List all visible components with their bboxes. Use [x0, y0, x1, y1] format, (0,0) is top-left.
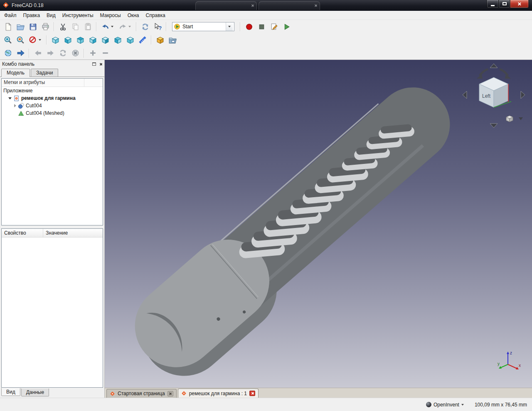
documents-button[interactable] [166, 34, 179, 46]
open-file-button[interactable] [14, 21, 27, 32]
stop-load-button[interactable] [69, 47, 81, 59]
view-bottom-button[interactable] [111, 34, 124, 46]
toolbar-separator [46, 35, 47, 45]
forward-button[interactable] [44, 47, 57, 59]
menu-macros[interactable]: Макросы [97, 11, 124, 20]
print-button[interactable] [39, 21, 52, 32]
macro-stop-button[interactable] [255, 21, 268, 32]
back-arrow-icon [34, 49, 42, 57]
tab-label: ремешок для гармина : 1 [189, 391, 247, 396]
view-top-button[interactable] [74, 34, 86, 46]
menu-help[interactable]: Справка [143, 11, 169, 20]
toolbar-separator [29, 49, 30, 58]
tab-start-page[interactable]: Стартовая страница [106, 389, 177, 398]
document-name: ремешок для гармина [21, 95, 76, 101]
nav-arrow-down-icon[interactable] [490, 124, 498, 128]
menu-tools[interactable]: Инструменты [59, 11, 97, 20]
copy-button[interactable] [69, 21, 81, 32]
scissors-icon [59, 22, 67, 31]
window-titlebar[interactable]: FreeCAD 0.18 [0, 0, 532, 11]
close-button[interactable] [510, 0, 529, 8]
tab-close-button[interactable] [249, 391, 255, 396]
view-rear-button[interactable] [99, 34, 111, 46]
fit-selection-button[interactable] [14, 34, 27, 46]
back-button[interactable] [32, 47, 44, 59]
workbench-dropdown-arrow[interactable] [226, 22, 233, 31]
reload-button[interactable] [57, 47, 69, 59]
macro-edit-button[interactable] [268, 21, 280, 32]
value-column[interactable]: Значение [43, 229, 103, 237]
tab-model[interactable]: Модель [1, 69, 30, 77]
nav-arrow-up-icon[interactable] [490, 64, 498, 68]
view-axonometric-button[interactable] [49, 34, 62, 46]
tree-row-document[interactable]: ремешок для гармина [2, 94, 103, 102]
tab-document[interactable]: ремешок для гармина : 1 [178, 389, 259, 398]
property-column[interactable]: Свойство [2, 229, 43, 237]
whats-this-button[interactable]: ? [151, 21, 164, 32]
draw-style-button[interactable] [27, 34, 44, 46]
nav-arrow-right-icon[interactable] [521, 91, 525, 99]
navigation-style-selector[interactable]: OpenInvent [424, 401, 466, 409]
measure-distance-button[interactable] [136, 34, 149, 46]
combo-panel-titlebar[interactable]: Комбо панель [0, 60, 104, 68]
rotate-right-arrow-icon[interactable] [500, 69, 508, 76]
rotate-left-arrow-icon[interactable] [480, 69, 488, 76]
background-window-tab [259, 1, 320, 10]
nav-cube-menu-button[interactable] [506, 116, 513, 122]
menu-edit[interactable]: Правка [20, 11, 44, 20]
view-front-button[interactable] [62, 34, 74, 46]
workbench-start-icon [174, 23, 180, 30]
web-browser-button[interactable] [2, 47, 14, 59]
forward-arrow-icon [46, 49, 55, 57]
navigation-cube[interactable]: Left [461, 62, 528, 129]
menu-file[interactable]: Файл [1, 11, 20, 20]
tab-tasks[interactable]: Задачи [31, 69, 58, 77]
panel-float-button[interactable] [92, 62, 96, 66]
part-box-button[interactable] [154, 34, 166, 46]
zoom-out-button[interactable] [99, 47, 111, 59]
application-label: Приложение [3, 88, 32, 94]
menu-windows[interactable]: Окна [124, 11, 143, 20]
property-list[interactable] [2, 238, 103, 387]
tree-group-application: Приложение [2, 87, 103, 94]
go-arrow-button[interactable] [14, 47, 27, 59]
play-icon [282, 22, 291, 31]
3d-viewport[interactable]: Left [105, 60, 532, 388]
menu-view[interactable]: Вид [43, 11, 59, 20]
redo-icon [118, 22, 127, 31]
paste-button[interactable] [81, 21, 94, 32]
tab-view[interactable]: Вид [1, 388, 20, 396]
view-left-button[interactable] [124, 34, 136, 46]
background-window-tab [195, 1, 257, 10]
nav-cube-dropdown-icon[interactable] [519, 117, 523, 120]
tree-item-label: Cut004 [26, 103, 42, 109]
fit-all-button[interactable] [2, 34, 14, 46]
expand-arrow-icon[interactable] [8, 97, 12, 99]
save-button[interactable] [27, 21, 39, 32]
tree-row-cut004[interactable]: Cut004 [2, 102, 103, 109]
view-right-button[interactable] [86, 34, 99, 46]
macro-play-button[interactable] [280, 21, 293, 32]
zoom-in-button[interactable] [86, 47, 99, 59]
view-right-cube-icon [89, 36, 97, 45]
minimize-button[interactable] [487, 0, 499, 8]
document-tab-bar: Стартовая страница ремешок для гармина :… [105, 388, 532, 398]
view-top-cube-icon [76, 36, 85, 45]
collapse-arrow-icon[interactable] [14, 104, 16, 107]
tree-row-cut004-meshed[interactable]: Cut004 (Meshed) [2, 109, 103, 117]
tree-column-header[interactable]: Метки и атрибуты [2, 79, 103, 87]
nav-arrow-left-icon[interactable] [463, 91, 467, 99]
redo-button[interactable] [116, 21, 134, 32]
undo-button[interactable] [99, 21, 116, 32]
refresh-button[interactable] [139, 21, 151, 32]
tab-close-button[interactable] [167, 391, 173, 396]
view-rear-cube-icon [101, 36, 110, 45]
new-file-button[interactable] [2, 21, 14, 32]
maximize-button[interactable] [499, 0, 510, 8]
macro-record-button[interactable] [243, 21, 255, 32]
cut-button[interactable] [57, 21, 69, 32]
workbench-selector[interactable]: Start [172, 22, 234, 31]
panel-close-button[interactable] [99, 63, 102, 66]
tab-data[interactable]: Данные [21, 389, 49, 396]
navigation-style-label: OpenInvent [433, 402, 459, 408]
